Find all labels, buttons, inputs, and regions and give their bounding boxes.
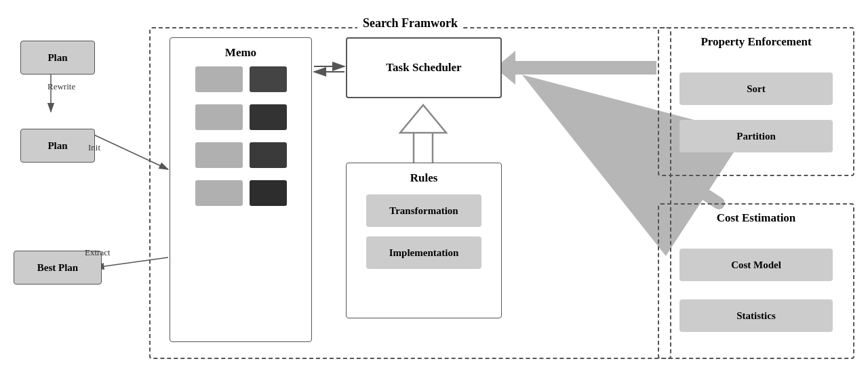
memo-cell-dark-3 xyxy=(250,142,287,168)
diagram-container: Plan Rewrite Plan Init Best Plan Extract… xyxy=(0,0,868,378)
plan-mid-box: Plan xyxy=(20,129,95,163)
memo-row-3 xyxy=(195,142,287,168)
transformation-item: Transformation xyxy=(366,194,481,227)
rewrite-label: Rewrite xyxy=(47,81,75,92)
property-enforcement-title: Property Enforcement xyxy=(659,35,853,49)
cost-estimation-box: Cost Estimation Cost Model Statistics xyxy=(658,203,854,359)
extract-label: Extract xyxy=(85,247,111,258)
memo-cell-light-1 xyxy=(195,66,243,92)
implementation-item: Implementation xyxy=(366,236,481,269)
statistics-label: Statistics xyxy=(736,310,776,322)
cost-model-item: Cost Model xyxy=(679,249,833,281)
plan-mid-label: Plan xyxy=(47,140,67,152)
memo-rows xyxy=(170,66,311,206)
memo-cell-dark-2 xyxy=(250,104,287,130)
memo-row-2 xyxy=(195,104,287,130)
memo-cell-dark-4 xyxy=(250,180,287,206)
init-label: Init xyxy=(88,142,100,153)
partition-label: Partition xyxy=(736,131,776,142)
implementation-label: Implementation xyxy=(389,247,459,259)
task-scheduler-label: Task Scheduler xyxy=(386,61,461,75)
rules-box: Rules Transformation Implementation xyxy=(346,163,502,318)
memo-row-1 xyxy=(195,66,287,92)
cost-model-label: Cost Model xyxy=(731,259,781,271)
search-framework-label: Search Framwork xyxy=(357,16,463,30)
left-column: Plan Rewrite Plan Init Best Plan Extract xyxy=(14,41,108,345)
best-plan-label: Best Plan xyxy=(37,262,78,274)
plan-top-label: Plan xyxy=(47,52,67,64)
rules-label: Rules xyxy=(347,171,501,185)
statistics-item: Statistics xyxy=(679,299,833,332)
memo-cell-dark-1 xyxy=(250,66,287,92)
memo-label: Memo xyxy=(170,46,311,60)
task-scheduler-box: Task Scheduler xyxy=(346,37,502,98)
memo-cell-light-2 xyxy=(195,104,243,130)
partition-item: Partition xyxy=(679,120,833,152)
transformation-label: Transformation xyxy=(389,205,458,217)
memo-cell-light-4 xyxy=(195,180,243,206)
sort-label: Sort xyxy=(747,83,766,95)
sort-item: Sort xyxy=(679,72,833,105)
memo-row-4 xyxy=(195,180,287,206)
cost-estimation-title: Cost Estimation xyxy=(659,211,853,225)
memo-box: Memo xyxy=(170,37,312,342)
memo-cell-light-3 xyxy=(195,142,243,168)
plan-top-box: Plan xyxy=(20,41,95,75)
property-enforcement-box: Property Enforcement Sort Partition xyxy=(658,27,854,176)
